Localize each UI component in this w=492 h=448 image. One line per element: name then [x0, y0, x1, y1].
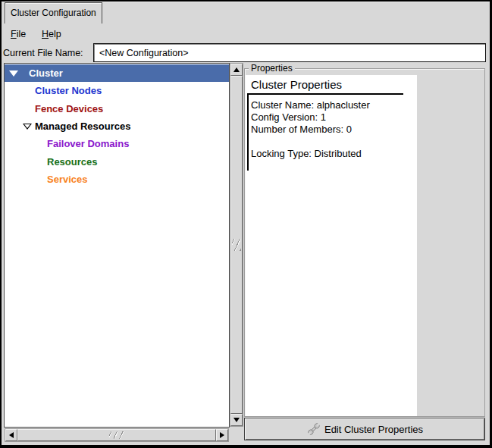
wrench-icon [306, 421, 321, 437]
down-arrow-icon [233, 418, 240, 422]
grip-icon [109, 431, 124, 439]
scroll-down-button[interactable] [230, 414, 243, 426]
tree-row-services[interactable]: Services [5, 171, 229, 188]
scroll-right-button[interactable] [216, 429, 228, 441]
edit-cluster-properties-button[interactable]: Edit Cluster Properties [244, 418, 485, 440]
cluster-configuration-window: Cluster Configuration File Help Current … [0, 0, 492, 448]
tree-item-label: Failover Domains [5, 135, 129, 152]
tree-row-managed-resources[interactable]: Managed Resources [5, 117, 229, 135]
properties-frame-label: Properties [249, 63, 295, 74]
tree-row-resources[interactable]: Resources [5, 153, 229, 171]
menu-help[interactable]: Help [39, 27, 64, 41]
right-arrow-icon [220, 432, 224, 438]
horizontal-scrollbar-thumb[interactable] [17, 429, 216, 441]
number-of-members-line: Number of Members: 0 [251, 124, 414, 136]
grip-icon [232, 239, 241, 251]
tree-row-cluster[interactable]: Cluster [5, 64, 229, 82]
tree-row-failover-domains[interactable]: Failover Domains [5, 135, 229, 152]
cluster-name-line: Cluster Name: alphacluster [251, 99, 414, 111]
up-arrow-icon [233, 67, 240, 72]
tree-row-cluster-nodes[interactable]: Cluster Nodes [5, 82, 229, 99]
cluster-properties-heading: Cluster Properties [251, 78, 342, 91]
current-file-name-label: Current File Name: [3, 48, 83, 58]
expander-open-down-icon[interactable] [23, 124, 32, 130]
tree-item-label: Cluster Nodes [5, 82, 102, 99]
tree-row-fence-devices[interactable]: Fence Devices [5, 100, 229, 117]
blank-line [251, 136, 414, 148]
expander-down-icon[interactable] [9, 70, 18, 77]
properties-fields: Cluster Name: alphacluster Config Versio… [251, 99, 414, 160]
left-arrow-icon [9, 432, 14, 438]
edit-cluster-properties-label: Edit Cluster Properties [324, 424, 423, 435]
tree-item-label: Resources [5, 153, 97, 171]
vertical-scrollbar-thumb[interactable] [230, 76, 243, 414]
tab-cluster-configuration[interactable]: Cluster Configuration [5, 2, 102, 23]
heading-underline [247, 93, 403, 95]
tree-item-label: Services [5, 171, 88, 188]
properties-left-border [247, 95, 249, 171]
scroll-left-button[interactable] [5, 429, 17, 441]
menu-file[interactable]: File [8, 27, 28, 41]
menu-bar: File Help [2, 26, 490, 42]
cluster-tree: Cluster Cluster Nodes Fence Devices Mana… [4, 63, 230, 428]
horizontal-scrollbar [5, 428, 229, 442]
tree-item-label: Fence Devices [5, 100, 103, 117]
vertical-scrollbar [230, 63, 243, 427]
properties-textview: Cluster Properties Cluster Name: alphacl… [246, 75, 417, 416]
config-version-line: Config Version: 1 [251, 111, 414, 124]
locking-type-line: Locking Type: Distributed [251, 148, 414, 160]
current-file-name-field [93, 43, 486, 62]
current-file-name-input[interactable] [94, 44, 485, 61]
scroll-up-button[interactable] [230, 64, 243, 76]
